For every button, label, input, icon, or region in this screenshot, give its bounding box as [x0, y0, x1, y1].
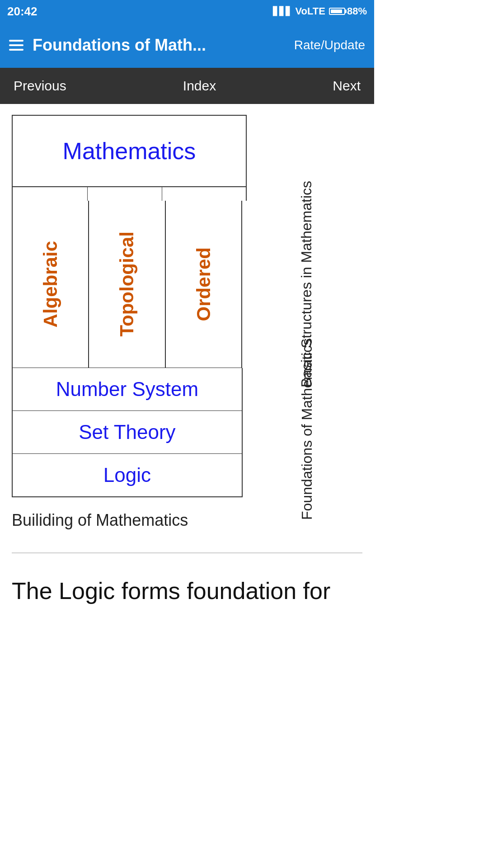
- logic-row[interactable]: Logic: [13, 454, 242, 496]
- signal-icon: ▋▋▋: [273, 6, 292, 16]
- foundation-section: Number System Set Theory Logic: [12, 368, 243, 497]
- hamburger-line-2: [9, 44, 23, 46]
- topological-label: Topological: [116, 231, 138, 337]
- set-theory-row[interactable]: Set Theory: [13, 411, 242, 454]
- divider: [12, 552, 362, 553]
- connector-lines: [12, 187, 247, 201]
- number-system-row[interactable]: Number System: [13, 368, 242, 411]
- hamburger-line-3: [9, 49, 23, 51]
- battery-fill: [331, 9, 342, 13]
- app-title: Foundations of Math...: [33, 36, 285, 55]
- time-display: 20:42: [7, 5, 38, 19]
- ordered-label: Ordered: [193, 247, 215, 321]
- hamburger-line-1: [9, 40, 23, 42]
- diagram-wrapper: Mathematics Algebraic Topological Ordere…: [7, 115, 367, 534]
- menu-button[interactable]: [9, 40, 23, 51]
- next-button[interactable]: Next: [333, 78, 361, 94]
- ordered-column[interactable]: Ordered: [165, 201, 242, 368]
- nav-bar: Previous Index Next: [0, 68, 374, 104]
- topological-column[interactable]: Topological: [89, 201, 165, 368]
- mathematics-box: Mathematics: [12, 115, 247, 187]
- previous-button[interactable]: Previous: [14, 78, 66, 94]
- battery-bar: [329, 8, 345, 15]
- mathematics-label: Mathematics: [63, 137, 196, 165]
- battery-percent: 88%: [347, 5, 367, 17]
- network-label: VoLTE: [296, 5, 325, 17]
- index-button[interactable]: Index: [183, 78, 216, 94]
- rate-update-button[interactable]: Rate/Update: [294, 38, 365, 52]
- app-bar: Foundations of Math... Rate/Update: [0, 23, 374, 68]
- foundations-label: Foundations of Mathematics: [298, 338, 317, 520]
- bottom-text: The Logic forms foundation for: [7, 571, 367, 611]
- algebraic-column[interactable]: Algebraic: [12, 201, 89, 368]
- status-right: ▋▋▋ VoLTE 88%: [273, 5, 367, 17]
- battery-container: 88%: [329, 5, 367, 17]
- main-content: Mathematics Algebraic Topological Ordere…: [0, 104, 374, 622]
- algebraic-label: Algebraic: [40, 241, 61, 327]
- status-bar: 20:42 ▋▋▋ VoLTE 88%: [0, 0, 374, 23]
